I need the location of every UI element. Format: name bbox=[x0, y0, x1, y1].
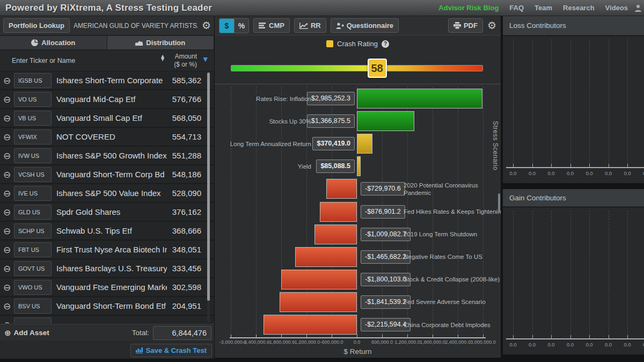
questionnaire-button[interactable]: Questionnaire bbox=[331, 18, 399, 33]
remove-asset-icon[interactable]: ⊖ bbox=[0, 263, 14, 274]
crash-rating-section: Crash Rating ? 58 bbox=[215, 36, 501, 84]
scenario-label: Long Term Annualized Return bbox=[215, 134, 311, 154]
x-tick-label: 1,200,000.0 bbox=[394, 339, 420, 345]
scenario-value-box[interactable]: $85,088.5 bbox=[316, 160, 355, 173]
crash-rating-legend: Crash Rating ? bbox=[215, 40, 501, 48]
nav-link[interactable]: Team bbox=[535, 4, 552, 12]
nav-link[interactable]: FAQ bbox=[509, 4, 524, 12]
remove-asset-icon[interactable]: ⊖ bbox=[0, 150, 14, 161]
nav-link[interactable]: Videos bbox=[605, 4, 628, 12]
scenario-bar[interactable] bbox=[326, 179, 357, 199]
table-scrollbar-thumb[interactable] bbox=[207, 73, 210, 301]
scenario-label: Fed Hikes Rates & Keeps Tightening bbox=[404, 202, 501, 222]
scenario-value-box[interactable]: -$729,970.6 bbox=[361, 182, 405, 196]
sort-desc-icon[interactable]: ▼ bbox=[203, 56, 208, 63]
x-tick-label: 0.0 bbox=[624, 170, 631, 176]
gear-icon[interactable]: ⚙ bbox=[487, 20, 496, 31]
tab-distribution[interactable]: Distribution bbox=[107, 36, 215, 50]
remove-asset-icon[interactable]: ⊖ bbox=[0, 301, 14, 312]
ticker-box[interactable]: IVE US bbox=[14, 186, 52, 201]
nav-link[interactable]: Research bbox=[563, 4, 595, 12]
ticker-box[interactable]: VWO US bbox=[14, 280, 52, 295]
scenario-value-box[interactable]: $1,366,875.5 bbox=[307, 114, 355, 128]
remove-asset-icon[interactable]: ⊖ bbox=[0, 188, 14, 199]
asset-name: Ishares S&P 500 Value Index bbox=[52, 189, 167, 198]
gridline bbox=[589, 211, 590, 335]
ticker-box[interactable]: GLD US bbox=[14, 205, 52, 220]
top-navbar: Powered by RiXtrema, A Stress Testing Le… bbox=[0, 0, 644, 16]
x-tick-label: -2,400,000.0 bbox=[243, 339, 270, 345]
nav-link[interactable]: Advisor Risk Blog bbox=[438, 4, 499, 12]
remove-asset-icon[interactable]: ⊖ bbox=[0, 244, 14, 255]
pdf-button[interactable]: PDF bbox=[448, 18, 483, 33]
remove-asset-icon[interactable]: ⊖ bbox=[0, 320, 14, 324]
portfolio-panel: Portfolio Lookup AMERICAN GUILD OF VARIE… bbox=[0, 16, 214, 359]
gear-icon[interactable]: ⚙ bbox=[202, 20, 211, 31]
chart-scrollbar-thumb[interactable] bbox=[498, 193, 500, 213]
sort-icon[interactable]: ▲▼ bbox=[161, 55, 164, 61]
scenario-bar[interactable] bbox=[281, 270, 357, 289]
asset-name: Vanguard Short-Term Corp Bd bbox=[52, 170, 167, 179]
scenario-bar[interactable] bbox=[357, 111, 414, 131]
cmp-button[interactable]: CMP bbox=[253, 18, 290, 33]
list-icon bbox=[259, 23, 266, 28]
table-row: ⊖IVE USIshares S&P 500 Value Index528,09… bbox=[0, 184, 214, 203]
remove-asset-icon[interactable]: ⊖ bbox=[0, 169, 14, 180]
remove-asset-icon[interactable]: ⊖ bbox=[0, 94, 14, 105]
remove-asset-icon[interactable]: ⊖ bbox=[0, 226, 14, 236]
remove-asset-icon[interactable]: ⊖ bbox=[0, 132, 14, 142]
ticker-box[interactable]: FBT US bbox=[14, 242, 52, 257]
remove-asset-icon[interactable]: ⊖ bbox=[0, 75, 14, 86]
scenario-label: 2020 Potential Coronavirus Pandemic bbox=[404, 179, 478, 199]
ticker-box[interactable]: VCSH US bbox=[14, 167, 52, 182]
portfolio-select[interactable]: AMERICAN GUILD OF VARIETY ARTISTS... ▾ bbox=[74, 22, 198, 30]
scenario-value-box[interactable]: $2,985,252.3 bbox=[307, 92, 355, 105]
portfolio-lookup-button[interactable]: Portfolio Lookup bbox=[3, 18, 70, 33]
scenario-bar[interactable] bbox=[280, 292, 357, 312]
table-row: ⊖GOVT USIshares Barclays U.S. Treasury33… bbox=[0, 259, 214, 278]
scenario-bar[interactable] bbox=[295, 247, 357, 267]
scenario-bar[interactable] bbox=[264, 315, 357, 335]
crash-rating-marker[interactable]: 58 bbox=[368, 59, 387, 78]
ticker-box[interactable]: VB US bbox=[14, 111, 52, 126]
asset-name: Spdr Gold Shares bbox=[52, 207, 167, 216]
remove-asset-icon[interactable]: ⊖ bbox=[0, 207, 14, 218]
user-icon[interactable] bbox=[634, 4, 642, 12]
ticker-box[interactable]: BSV US bbox=[14, 299, 52, 314]
ticker-box[interactable]: SCHP US bbox=[14, 223, 52, 238]
tab-allocation[interactable]: Allocation bbox=[0, 36, 107, 50]
help-icon[interactable]: ? bbox=[382, 40, 389, 48]
scenario-bar[interactable] bbox=[357, 89, 482, 108]
loss-contributors-chart: 0.00.00.00.00.00.00.00.0 bbox=[503, 36, 644, 183]
remove-asset-icon[interactable]: ⊖ bbox=[0, 113, 14, 124]
x-tick-label: 1,800,000.0 bbox=[420, 339, 445, 345]
ticker-box[interactable]: VO US bbox=[14, 92, 52, 107]
ticker-box[interactable]: GOVT US bbox=[14, 261, 52, 276]
ticker-box[interactable] bbox=[14, 317, 52, 324]
scenario-label: Yield bbox=[215, 156, 311, 176]
tab-label: Allocation bbox=[41, 39, 75, 47]
rr-button[interactable]: RR bbox=[294, 18, 326, 33]
ticker-box[interactable]: IGSB US bbox=[14, 73, 52, 88]
scenario-value-box[interactable]: $370,419.0 bbox=[312, 137, 355, 150]
scenario-bar[interactable] bbox=[320, 202, 357, 222]
dollar-percent-toggle: $ % bbox=[219, 18, 249, 33]
scenario-bar[interactable] bbox=[314, 225, 357, 244]
dollar-view-button[interactable]: $ bbox=[219, 19, 234, 33]
scenario-bar[interactable] bbox=[357, 134, 372, 154]
save-crash-test-button[interactable]: Save & Crash Test bbox=[130, 344, 212, 357]
percent-view-button[interactable]: % bbox=[234, 19, 248, 33]
x-tick-label: 600,000.0 bbox=[371, 339, 393, 345]
x-tick-label: 0.0 bbox=[547, 170, 554, 176]
ticker-box[interactable]: IVW US bbox=[14, 148, 52, 163]
add-asset-button[interactable]: ⊕ Add Asset bbox=[4, 328, 49, 338]
gridline bbox=[551, 39, 552, 164]
scenario-label: Negative Rates Come To US bbox=[404, 247, 482, 267]
ticker-search-input[interactable] bbox=[12, 55, 151, 66]
scenario-bar[interactable] bbox=[357, 156, 361, 176]
scenario-value-box[interactable]: -$876,901.2 bbox=[361, 205, 405, 219]
ticker-box[interactable]: VFWIX bbox=[14, 129, 52, 144]
remove-asset-icon[interactable]: ⊖ bbox=[0, 282, 14, 293]
crash-rating-slider[interactable] bbox=[231, 65, 483, 71]
x-tick-label: 0.0 bbox=[567, 170, 574, 176]
